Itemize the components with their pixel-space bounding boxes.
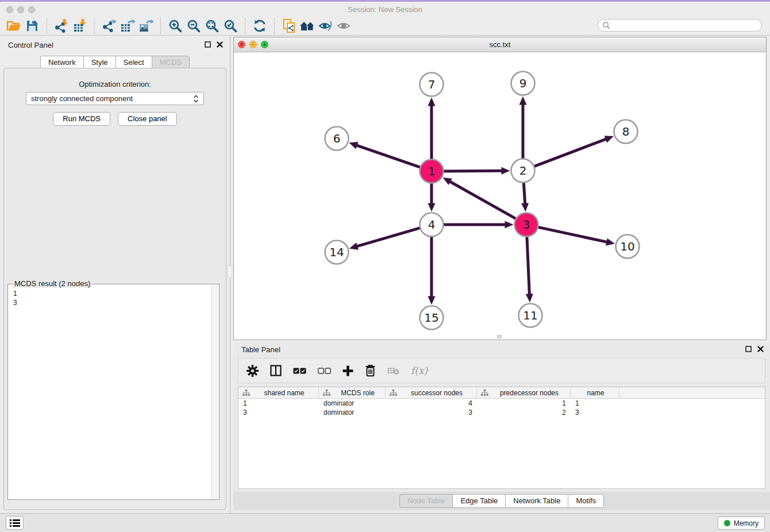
search-input[interactable] <box>610 21 761 30</box>
delete-row-trash-icon[interactable] <box>365 364 376 377</box>
table-panel: Table Panel <box>233 343 770 513</box>
show-columns-icon[interactable] <box>270 365 282 376</box>
edge-1-2[interactable] <box>442 167 510 175</box>
refresh-icon[interactable] <box>251 17 269 34</box>
table-header-row: shared name MCDS role successor nodes pr… <box>238 387 765 399</box>
zoom-fit-icon[interactable] <box>203 17 221 34</box>
tab-motifs[interactable]: Motifs <box>568 494 604 508</box>
search-icon <box>602 21 610 29</box>
control-panel: Control Panel Network Style Select MCDS … <box>0 36 230 513</box>
tab-network-table[interactable]: Network Table <box>505 494 568 508</box>
svg-text:14: 14 <box>329 245 344 259</box>
zoom-in-icon[interactable] <box>166 17 184 34</box>
delete-table-icon[interactable] <box>387 367 399 375</box>
edge-3-11[interactable] <box>526 236 533 302</box>
svg-text:1: 1 <box>428 164 436 178</box>
tab-node-table[interactable]: Node Table <box>399 494 453 508</box>
table-toolbar: f(x) <box>238 358 765 383</box>
toolbar-separator <box>274 18 275 34</box>
svg-text:3: 3 <box>523 218 530 232</box>
svg-text:10: 10 <box>620 240 634 253</box>
node-6[interactable]: 6 <box>325 127 349 151</box>
close-panel-button[interactable]: Close panel <box>118 112 177 126</box>
float-table-panel-icon[interactable] <box>745 346 752 352</box>
table-settings-gear-icon[interactable] <box>247 365 259 377</box>
float-panel-icon[interactable] <box>205 41 211 48</box>
network-minimize-button[interactable]: − <box>249 41 257 48</box>
criterion-select[interactable]: strongly connected component <box>26 92 204 105</box>
search-field[interactable] <box>598 19 762 32</box>
edge-4-15[interactable] <box>428 236 436 305</box>
node-10[interactable]: 10 <box>616 235 640 259</box>
network-maximize-button[interactable]: + <box>261 41 268 48</box>
node-2[interactable]: 2 <box>511 159 535 183</box>
node-7[interactable]: 7 <box>420 73 444 97</box>
node-11[interactable]: 11 <box>519 304 542 327</box>
mcds-result-line: 1 <box>13 289 214 298</box>
node-4[interactable]: 4 <box>420 213 444 237</box>
zoom-selected-icon[interactable] <box>221 17 240 34</box>
table-row[interactable]: 3 dominator 3 2 3 <box>238 408 765 417</box>
column-header-predecessor-nodes[interactable]: predecessor nodes <box>477 387 571 398</box>
network-close-button[interactable]: × <box>238 41 245 48</box>
edge-2-9[interactable] <box>519 97 527 160</box>
home-icon[interactable] <box>298 17 317 34</box>
optimization-criterion-label: Optimization criterion: <box>4 80 226 88</box>
memory-button[interactable]: Memory <box>718 516 765 530</box>
select-all-rows-icon[interactable] <box>293 368 306 374</box>
edge-2-3[interactable] <box>521 182 529 211</box>
import-network-icon[interactable] <box>52 17 71 34</box>
control-panel-title: Control Panel <box>8 41 53 49</box>
table-panel-tabs: Node Table Edge Table Network Table Moti… <box>233 492 770 510</box>
export-network-icon[interactable] <box>100 17 118 34</box>
status-bar: Memory <box>0 513 770 532</box>
svg-text:8: 8 <box>622 125 630 138</box>
edge-4-14[interactable] <box>349 228 421 249</box>
edge-1-7[interactable] <box>428 98 436 160</box>
node-9[interactable]: 9 <box>511 72 535 95</box>
task-history-button[interactable] <box>6 516 24 530</box>
edge-4-3[interactable] <box>443 221 514 229</box>
edge-2-8[interactable] <box>533 136 614 167</box>
memory-status-dot <box>724 520 730 526</box>
canvas-resize-grip[interactable] <box>497 335 502 338</box>
deselect-all-rows-icon[interactable] <box>318 368 331 374</box>
node-14[interactable]: 14 <box>325 241 349 264</box>
network-window-titlebar[interactable]: × − + scc.txt <box>234 37 766 52</box>
column-header-name[interactable]: name <box>571 387 619 398</box>
node-3[interactable]: 3 <box>515 213 538 237</box>
edge-3-1[interactable] <box>443 178 517 219</box>
edge-3-10[interactable] <box>537 227 615 245</box>
memory-label: Memory <box>734 519 759 527</box>
tab-edge-table[interactable]: Edge Table <box>452 494 505 508</box>
mcds-result-scrollbar[interactable] <box>211 285 218 499</box>
node-15[interactable]: 15 <box>420 306 444 330</box>
close-table-panel-icon[interactable] <box>757 346 764 352</box>
column-header-successor-nodes[interactable]: successor nodes <box>386 387 477 398</box>
export-table-icon[interactable] <box>118 17 137 34</box>
save-session-icon[interactable] <box>23 17 41 34</box>
node-1[interactable]: 1 <box>420 160 444 183</box>
function-builder-icon[interactable]: f(x) <box>411 365 428 376</box>
export-image-icon[interactable] <box>137 17 155 34</box>
import-table-icon[interactable] <box>71 17 89 34</box>
svg-text:6: 6 <box>333 132 341 145</box>
edge-1-6[interactable] <box>349 142 421 168</box>
edge-1-4[interactable] <box>428 183 436 212</box>
open-session-icon[interactable] <box>5 17 23 34</box>
column-header-mcds-role[interactable]: MCDS role <box>319 387 386 398</box>
network-canvas[interactable]: 7968124314101511 <box>234 52 766 340</box>
splitter-grip[interactable] <box>228 265 232 278</box>
hide-panel-eye-icon[interactable] <box>317 17 335 34</box>
duplicate-network-icon[interactable] <box>280 17 298 34</box>
add-row-plus-icon[interactable] <box>342 365 353 376</box>
show-panel-eye-icon[interactable] <box>335 17 353 34</box>
table-row[interactable]: 1 dominator 4 1 1 <box>238 399 765 408</box>
node-8[interactable]: 8 <box>614 120 638 144</box>
column-header-shared-name[interactable]: shared name <box>238 387 319 398</box>
run-mcds-button[interactable]: Run MCDS <box>53 112 110 126</box>
zoom-out-icon[interactable] <box>184 17 203 34</box>
svg-text:7: 7 <box>428 78 436 91</box>
mcds-result-text[interactable]: 1 3 <box>8 284 219 307</box>
close-panel-icon[interactable] <box>217 41 223 48</box>
